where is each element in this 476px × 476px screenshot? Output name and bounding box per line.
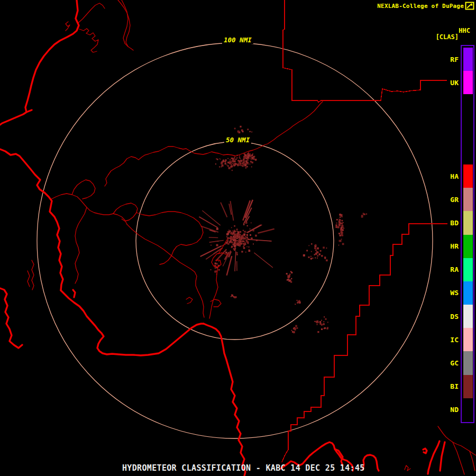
legend-label-RF: RF: [450, 56, 459, 63]
radar-display: NEXLAB-College of DuPage HHC [CLAS] 100 …: [0, 0, 476, 476]
legend-swatch-blank-4: [463, 141, 473, 165]
legend-swatch-BI: [463, 375, 473, 399]
map-boundary-north: [283, 0, 447, 102]
legend-swatch-RA: [463, 258, 473, 282]
product-code-label: HHC: [459, 27, 470, 34]
product-title: HYDROMETEOR CLASSIFICATION - KABC 14 DEC…: [122, 463, 365, 473]
product-mode-label: [CLAS]: [436, 33, 459, 41]
map-coastlines: [0, 0, 445, 476]
legend-swatch-blank-2: [463, 94, 473, 118]
legend-swatch-BD: [463, 211, 473, 235]
brand-text: NEXLAB-College of DuPage: [377, 3, 464, 10]
legend-label-BD: BD: [450, 219, 459, 227]
map-boundary-stairsteps: [282, 224, 447, 462]
legend-label-ND: ND: [450, 406, 459, 414]
range-ring-label-50nmi: 50 NMI: [224, 136, 251, 144]
range-ring-label-100nmi: 100 NMI: [222, 36, 253, 44]
legend-label-GR: GR: [450, 196, 459, 204]
legend-swatch-GR: [463, 188, 473, 212]
legend-swatch-UK: [463, 71, 473, 95]
legend-swatch-HA: [463, 164, 473, 188]
legend-swatch-ND: [463, 398, 473, 422]
legend-label-RA: RA: [450, 266, 459, 273]
legend-label-BI: BI: [450, 382, 459, 390]
legend-swatch-WS: [463, 281, 473, 305]
legend-swatch-blank-3: [463, 118, 473, 142]
legend-label-HA: HA: [450, 172, 459, 180]
legend-label-WS: WS: [450, 289, 459, 297]
legend-label-GC: GC: [450, 359, 459, 367]
legend-label-IC: IC: [450, 336, 459, 344]
legend-label-DS: DS: [450, 313, 459, 321]
radar-map-canvas: [0, 0, 476, 476]
legend-swatch-DS: [463, 305, 473, 328]
legend-label-UK: UK: [450, 79, 459, 87]
legend-swatch-RF: [463, 48, 473, 71]
legend-label-HR: HR: [450, 242, 459, 250]
map-thin-lines: [28, 0, 476, 474]
legend-swatch-GC: [463, 351, 473, 375]
legend-swatch-IC: [463, 328, 473, 352]
legend-swatch-HR: [463, 235, 473, 259]
radar-echoes: [199, 126, 367, 333]
college-of-dupage-logo-icon: [465, 2, 474, 10]
